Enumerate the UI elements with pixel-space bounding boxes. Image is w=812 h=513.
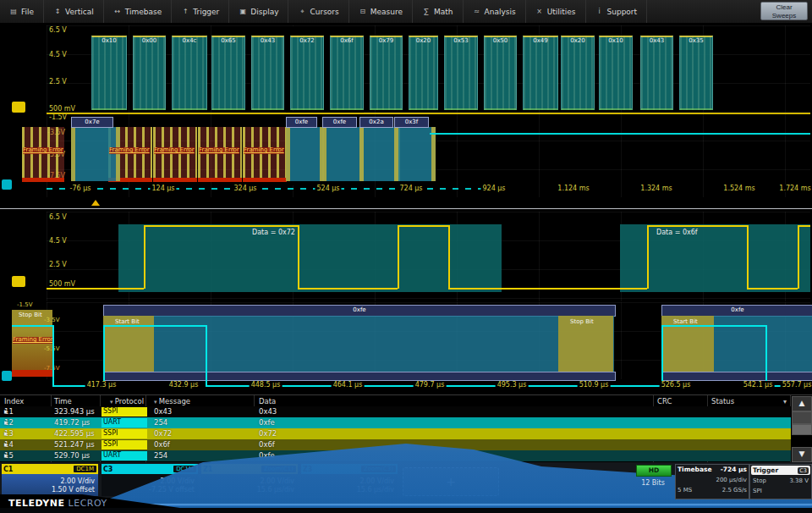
spi-frame[interactable]: 0x20 bbox=[409, 36, 438, 110]
scale-value: 2.00 V/div bbox=[160, 477, 195, 485]
voltage-label: 6.5 V bbox=[49, 26, 67, 34]
spi-frame[interactable]: 0x53 bbox=[444, 36, 478, 110]
row-expand-icon[interactable]: ▶ bbox=[4, 452, 8, 458]
timebase-box[interactable]: Timebase -724 µs 200 µs/div 5 MS 2.5 GS/… bbox=[675, 464, 749, 499]
trigger-box[interactable]: Trigger C3 Stop 3.38 V SPI bbox=[749, 464, 812, 499]
protocol-cell: UART bbox=[102, 451, 147, 461]
table-row[interactable]: ▶ 12419.72 µsUART2540xfe bbox=[0, 417, 791, 428]
table-row[interactable]: ▶ 11323.943 µsSSPI0x430x43 bbox=[0, 406, 791, 417]
uart-error-frame[interactable] bbox=[22, 127, 64, 182]
column-header-data[interactable]: Data bbox=[259, 397, 276, 405]
time-axis-label: 417.3 µs bbox=[85, 381, 118, 389]
cursors-icon: ⌖ bbox=[298, 8, 306, 16]
descriptor-c3[interactable]: C3DC1M2.00 V/div-7.25 V offset bbox=[102, 464, 198, 496]
channel-name: Z3 bbox=[303, 466, 312, 473]
menu-item-label: Display bbox=[250, 8, 278, 16]
spi-frame[interactable]: 0x79 bbox=[370, 36, 403, 110]
menu-item-file[interactable]: ▤File bbox=[0, 0, 44, 23]
panel-divider bbox=[0, 208, 812, 209]
column-header-crc[interactable]: CRC bbox=[657, 397, 672, 405]
spi-frame[interactable]: 0x10 bbox=[599, 36, 633, 110]
menu-item-display[interactable]: ▣Display bbox=[229, 0, 288, 23]
uart-frame-header[interactable]: 0x3f bbox=[394, 117, 429, 128]
table-row[interactable]: ▶ 15529.70 µsUART2540xfe bbox=[0, 450, 791, 461]
uart-frame-header[interactable]: 0xfe bbox=[103, 305, 616, 317]
spi-frame[interactable]: 0x43 bbox=[251, 36, 284, 110]
c1-trace-edge bbox=[298, 225, 299, 289]
hd-mode-badge[interactable]: HD bbox=[636, 465, 672, 477]
c3-trace-edge bbox=[765, 325, 767, 386]
table-row[interactable]: ▶ 14521.247 µsSSPI0x6f0x6f bbox=[0, 439, 791, 450]
spi-frame[interactable]: 0x35 bbox=[679, 36, 713, 110]
spi-frame[interactable]: 0x72 bbox=[290, 36, 324, 110]
trigger-position-marker bbox=[91, 200, 100, 206]
uart-error-frame[interactable] bbox=[153, 127, 197, 182]
spi-frame[interactable]: 0x50 bbox=[484, 36, 517, 110]
row-expand-icon[interactable]: ▶ bbox=[4, 408, 8, 414]
clear-sweeps-button[interactable]: Clear Sweeps bbox=[760, 2, 808, 20]
row-expand-icon[interactable]: ▶ bbox=[4, 441, 8, 447]
uart-frame-header[interactable]: 0xfe bbox=[322, 117, 357, 128]
descriptor-z1[interactable]: Z1Zoom(C1)2.00 V/div15.6 µs/div bbox=[201, 464, 298, 496]
descriptor-header: Z3Zoom(C3) bbox=[301, 464, 398, 474]
spi-frame[interactable]: 0x20 bbox=[561, 36, 595, 110]
menu-item-cursors[interactable]: ⌖Cursors bbox=[288, 0, 348, 23]
menu-item-analysis[interactable]: ≈Analysis bbox=[464, 0, 526, 23]
column-header-status[interactable]: Status bbox=[711, 397, 734, 405]
status-sort-icon[interactable] bbox=[783, 397, 787, 405]
spi-frame[interactable]: 0x10 bbox=[91, 36, 127, 110]
menu-item-label: Trigger bbox=[193, 8, 219, 16]
c3-trace-edge bbox=[661, 325, 663, 386]
uart-idle-line bbox=[430, 133, 810, 135]
time-axis-label: 510.9 µs bbox=[578, 381, 611, 389]
scrollbar-thumb[interactable] bbox=[792, 411, 812, 424]
column-header-index[interactable]: Index bbox=[4, 397, 24, 405]
descriptor-c1[interactable]: C1DC1M2.00 V/div1.50 V offset bbox=[2, 464, 98, 496]
trigger-kind: SPI bbox=[753, 488, 762, 494]
coupling-badge: DC1M bbox=[74, 466, 96, 472]
uart-frame-header[interactable]: 0x2a bbox=[359, 117, 393, 128]
uart-frame-header[interactable]: 0xfe bbox=[661, 305, 812, 317]
timebase-samplerate: 2.5 GS/s bbox=[722, 487, 747, 494]
scroll-up-button[interactable]: ▲ bbox=[792, 396, 812, 411]
row-expand-icon[interactable]: ▶ bbox=[4, 419, 8, 425]
time-axis-label: 524 µs bbox=[315, 185, 341, 192]
menu-item-math[interactable]: ∑Math bbox=[413, 0, 464, 23]
descriptor-body: 2.00 V/div15.6 µs/div bbox=[201, 474, 298, 496]
spi-frame[interactable]: 0x6f bbox=[330, 36, 364, 110]
menu-item-trigger[interactable]: ↑Trigger bbox=[172, 0, 229, 23]
scrollbar-thumb[interactable] bbox=[792, 424, 812, 435]
descriptor-body: 2.00 V/div-7.25 V offset bbox=[102, 474, 198, 496]
column-header-message[interactable]: Message bbox=[154, 397, 190, 405]
time-axis-label: 432.9 µs bbox=[167, 381, 200, 389]
c1-trace-edge bbox=[144, 225, 145, 289]
bottom-strip bbox=[0, 508, 812, 513]
menu-item-utilities[interactable]: ×Utilities bbox=[526, 0, 586, 23]
spi-frame[interactable]: 0x4c bbox=[172, 36, 207, 110]
framing-error-label: Framing Error bbox=[244, 147, 284, 154]
descriptor-body: 2.00 V/div1.50 V offset bbox=[2, 474, 98, 496]
table-row[interactable]: ▶ 13422.595 µsSSPI0x720x72 bbox=[0, 428, 791, 439]
add-trace-button[interactable]: + bbox=[403, 467, 499, 496]
menu-item-measure[interactable]: ⊟Measure bbox=[349, 0, 413, 23]
scroll-down-button[interactable]: ▼ bbox=[792, 447, 812, 462]
row-expand-icon[interactable]: ▶ bbox=[4, 430, 8, 436]
spi-frame[interactable]: 0x00 bbox=[133, 36, 166, 110]
menu-bar: ▤File↕Vertical↔Timebase↑Trigger▣Display⌖… bbox=[0, 0, 812, 24]
menu-item-support[interactable]: iSupport bbox=[586, 0, 648, 23]
menu-item-timebase[interactable]: ↔Timebase bbox=[104, 0, 172, 23]
descriptor-z3[interactable]: Z3Zoom(C3)2.00 V/div15.6 µs/div bbox=[301, 464, 398, 496]
uart-error-frame[interactable] bbox=[243, 127, 287, 182]
decode-table: IndexTimeProtocolMessageDataCRCStatus▶ 1… bbox=[0, 394, 812, 463]
uart-frame-header[interactable]: 0xfe bbox=[286, 117, 317, 128]
c1-trace-edge bbox=[398, 225, 399, 289]
c1-ground-marker bbox=[12, 102, 25, 113]
column-header-time[interactable]: Time bbox=[54, 397, 72, 405]
uart-frame-header[interactable]: 0x7e bbox=[71, 117, 113, 128]
spi-frame[interactable]: 0x43 bbox=[640, 36, 673, 110]
column-header-protocol[interactable]: Protocol bbox=[110, 397, 144, 405]
spi-frame[interactable]: 0x65 bbox=[211, 36, 245, 110]
uart-error-frame[interactable] bbox=[198, 127, 242, 182]
spi-frame[interactable]: 0x49 bbox=[523, 36, 558, 110]
menu-item-vertical[interactable]: ↕Vertical bbox=[44, 0, 104, 23]
